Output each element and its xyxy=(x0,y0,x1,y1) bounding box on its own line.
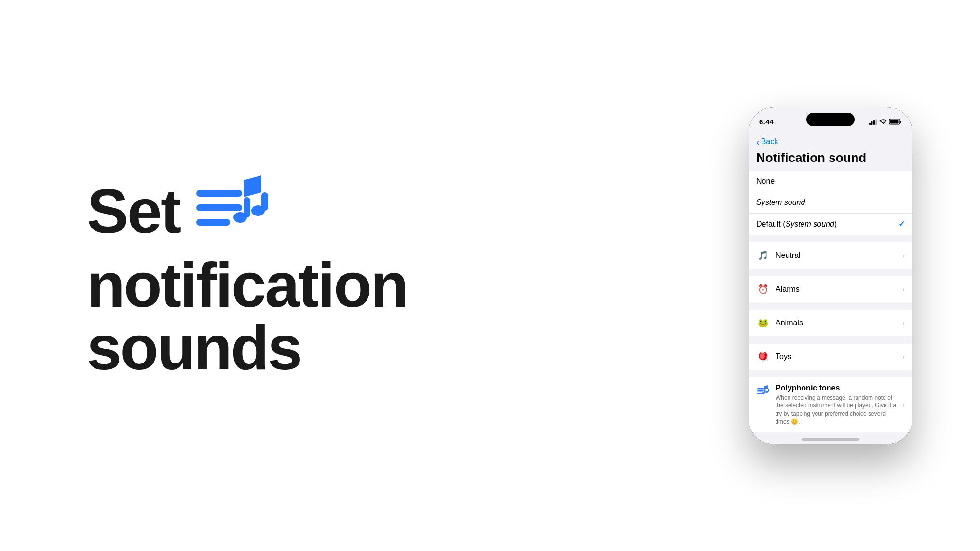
category-item-alarms[interactable]: ⏰ Alarms › xyxy=(749,276,912,302)
phone-frame: 6:44 xyxy=(749,107,912,444)
list-item-default[interactable]: Default (System sound) ✓ xyxy=(749,214,912,235)
nav-bar[interactable]: ‹ Back xyxy=(749,133,912,148)
back-label: Back xyxy=(761,137,778,146)
animals-icon: 🐸 xyxy=(756,316,770,330)
screen-content: ‹ Back Notification sound None System so… xyxy=(749,133,912,444)
polyphonic-music-icon xyxy=(756,385,770,398)
svg-point-18 xyxy=(762,392,765,394)
svg-rect-10 xyxy=(876,119,877,125)
back-chevron-icon: ‹ xyxy=(756,137,760,147)
music-icon xyxy=(191,171,269,248)
status-time: 6:44 xyxy=(759,118,774,126)
neutral-label: Neutral xyxy=(776,251,902,260)
animals-label: Animals xyxy=(776,319,902,327)
chevron-alarms: › xyxy=(902,285,905,293)
status-icons xyxy=(869,119,902,125)
headline-set: Set xyxy=(87,180,180,242)
alarms-label: Alarms xyxy=(776,285,902,294)
gap-4 xyxy=(749,340,912,344)
svg-rect-8 xyxy=(871,121,873,125)
neutral-icon: 🎵 xyxy=(756,249,770,262)
gap-2 xyxy=(749,272,912,276)
polyphonic-desc: When receiving a message, a random note … xyxy=(776,394,898,426)
polyphonic-content: Polyphonic tones When receiving a messag… xyxy=(776,384,898,426)
svg-point-6 xyxy=(251,205,265,216)
svg-rect-9 xyxy=(873,120,875,125)
signal-icon xyxy=(869,119,877,125)
svg-rect-17 xyxy=(764,390,766,393)
gap-5 xyxy=(749,374,912,377)
home-indicator xyxy=(802,438,859,441)
page-title: Notification sound xyxy=(749,148,912,171)
chevron-animals: › xyxy=(902,319,905,327)
wifi-icon xyxy=(879,119,887,125)
svg-rect-7 xyxy=(869,123,871,125)
list-item-system-sound[interactable]: System sound xyxy=(749,192,912,214)
category-item-toys[interactable]: 🪀 Toys › xyxy=(749,344,912,370)
svg-rect-16 xyxy=(757,393,762,394)
checkmark-icon: ✓ xyxy=(898,219,905,228)
polyphonic-title: Polyphonic tones xyxy=(776,384,898,392)
svg-rect-15 xyxy=(757,390,764,392)
polyphonic-icon xyxy=(756,385,770,398)
gap-3 xyxy=(749,306,912,310)
headline-notification: notification xyxy=(87,254,720,316)
polyphonic-item[interactable]: Polyphonic tones When receiving a messag… xyxy=(749,377,912,432)
toys-icon: 🪀 xyxy=(756,350,770,363)
svg-rect-14 xyxy=(757,388,764,390)
svg-rect-0 xyxy=(196,190,242,197)
list-section-animals: 🐸 Animals › xyxy=(749,310,912,336)
list-section-1: None System sound Default (System sound)… xyxy=(749,171,912,235)
chevron-polyphonic: › xyxy=(902,401,905,409)
back-button[interactable]: ‹ Back xyxy=(756,137,905,147)
dynamic-island xyxy=(806,113,855,126)
list-section-polyphonic: Polyphonic tones When receiving a messag… xyxy=(749,377,912,432)
left-section: Set notification sounds xyxy=(0,134,749,417)
system-sound-label: System sound xyxy=(756,198,905,207)
headline-row: Set xyxy=(87,173,720,250)
toys-label: Toys xyxy=(776,352,902,361)
svg-rect-2 xyxy=(196,219,230,226)
right-section: 6:44 xyxy=(749,107,951,444)
none-label: None xyxy=(756,177,905,186)
svg-rect-12 xyxy=(900,121,901,123)
gap-1 xyxy=(749,239,912,242)
headline-sounds: sounds xyxy=(87,316,720,379)
list-item-none[interactable]: None xyxy=(749,171,912,192)
svg-rect-19 xyxy=(768,389,769,392)
music-icon-wrapper xyxy=(191,171,269,248)
alarms-icon: ⏰ xyxy=(756,282,770,296)
list-section-toys: 🪀 Toys › xyxy=(749,344,912,370)
list-section-neutral: 🎵 Neutral › xyxy=(749,242,912,269)
svg-rect-1 xyxy=(196,204,242,211)
svg-point-20 xyxy=(766,391,768,393)
svg-rect-13 xyxy=(890,120,899,124)
svg-point-4 xyxy=(233,212,247,223)
list-section-alarms: ⏰ Alarms › xyxy=(749,276,912,302)
chevron-neutral: › xyxy=(902,252,905,259)
default-label: Default (System sound) xyxy=(756,220,898,228)
category-item-neutral[interactable]: 🎵 Neutral › xyxy=(749,242,912,269)
category-item-animals[interactable]: 🐸 Animals › xyxy=(749,310,912,336)
battery-icon xyxy=(889,119,902,125)
chevron-toys: › xyxy=(902,353,905,361)
